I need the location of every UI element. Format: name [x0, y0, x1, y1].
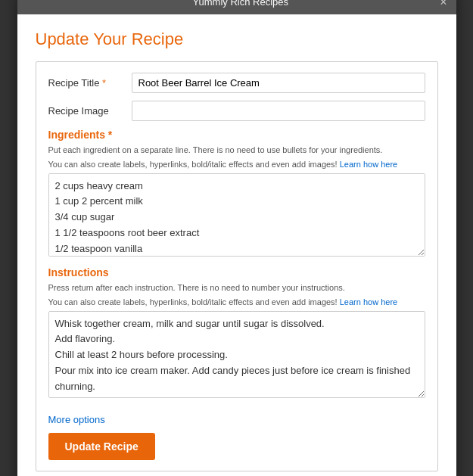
- instructions-hint1: Press return after each instruction. The…: [48, 282, 425, 294]
- modal-header: Yummly Rich Recipes ×: [17, 0, 456, 14]
- instructions-textarea[interactable]: Whisk together cream, milk and sugar unt…: [48, 311, 425, 398]
- form-container: Recipe Title * Recipe Image Ingredients …: [36, 61, 438, 471]
- recipe-image-row: Recipe Image: [48, 101, 425, 121]
- instructions-learn-link[interactable]: Learn how here: [340, 297, 397, 306]
- instructions-section: Instructions Press return after each ins…: [48, 266, 425, 400]
- update-button-row: Update Recipe: [48, 433, 425, 460]
- ingredients-learn-link[interactable]: Learn how here: [340, 160, 397, 169]
- close-button[interactable]: ×: [440, 0, 447, 8]
- recipe-title-input[interactable]: [132, 73, 425, 93]
- instructions-label: Instructions: [48, 266, 425, 278]
- page-title: Update Your Recipe: [36, 30, 438, 49]
- ingredients-section: Ingredients * Put each ingredient on a s…: [48, 129, 425, 259]
- ingredients-label: Ingredients *: [48, 129, 425, 141]
- ingredients-hint1: Put each ingredient on a separate line. …: [48, 144, 425, 157]
- modal-header-title: Yummly Rich Recipes: [42, 0, 440, 8]
- recipe-image-label: Recipe Image: [48, 105, 132, 117]
- more-options-link[interactable]: More options: [48, 414, 105, 425]
- modal-overlay: Yummly Rich Recipes × Update Your Recipe…: [0, 0, 473, 476]
- instructions-hint2: You can also create labels, hyperlinks, …: [48, 296, 425, 309]
- required-star-ingredients: *: [105, 129, 112, 141]
- update-recipe-button[interactable]: Update Recipe: [48, 433, 155, 460]
- required-star-title: *: [102, 77, 106, 89]
- recipe-title-label: Recipe Title *: [48, 77, 132, 89]
- more-options-row: More options: [48, 408, 425, 433]
- ingredients-textarea[interactable]: 2 cups heavy cream 1 cup 2 percent milk …: [48, 173, 425, 257]
- modal-dialog: Yummly Rich Recipes × Update Your Recipe…: [17, 0, 456, 476]
- recipe-title-row: Recipe Title *: [48, 73, 425, 93]
- modal-body: Update Your Recipe Recipe Title * Recipe…: [17, 14, 456, 477]
- ingredients-hint2: You can also create labels, hyperlinks, …: [48, 158, 425, 171]
- recipe-image-input[interactable]: [132, 101, 425, 121]
